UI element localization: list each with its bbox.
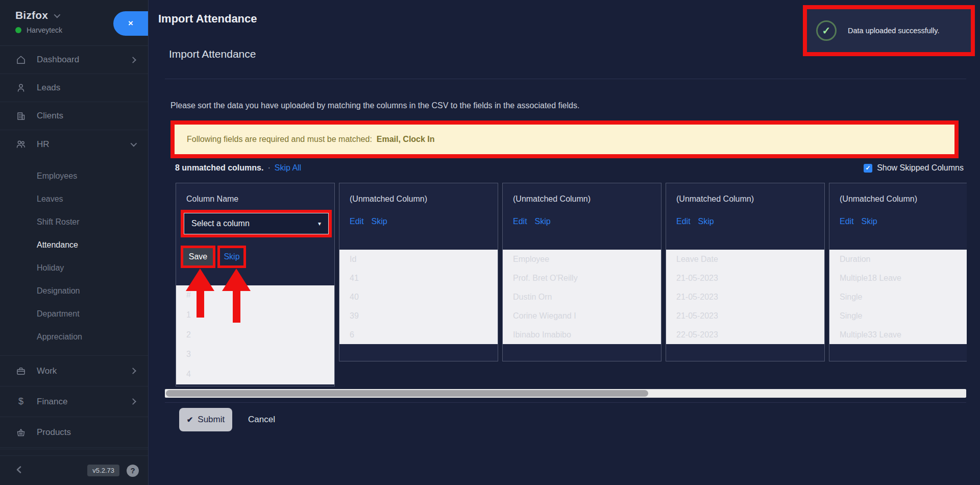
scrollbar-thumb[interactable]	[166, 390, 648, 397]
skip-all-link[interactable]: Skip All	[275, 163, 301, 173]
required-fields-list: Email, Clock In	[377, 135, 435, 143]
main-content: Import Attendance ✓ Data uploaded succes…	[148, 0, 980, 485]
preview-value: 21-05-2023	[676, 269, 814, 287]
sidebar-item-clients[interactable]: Clients	[0, 102, 148, 130]
unmatched-column-label: (Unmatched Column)	[350, 195, 487, 204]
sidebar-item-employees[interactable]: Employees	[0, 164, 148, 187]
preview-value: Single	[840, 287, 967, 306]
page-title: Import Attendance	[158, 12, 257, 26]
sidebar-close-button[interactable]: ×	[113, 11, 148, 36]
cancel-link[interactable]: Cancel	[248, 415, 275, 425]
sidebar-item-shift-roster[interactable]: Shift Roster	[0, 210, 148, 233]
skip-link[interactable]: Skip	[535, 217, 551, 226]
skip-link[interactable]: Skip	[862, 217, 877, 226]
column-cards-row: Column Name Select a column ▾ Save Skip …	[176, 183, 967, 389]
close-icon: ×	[128, 18, 133, 29]
skip-column-link[interactable]: Skip	[224, 252, 239, 261]
preview-value: 39	[350, 306, 487, 325]
column-select[interactable]: Select a column ▾	[184, 213, 329, 234]
sidebar-item-leaves[interactable]: Leaves	[0, 187, 148, 210]
submit-button[interactable]: ✔ Submit	[179, 408, 232, 431]
column-card-unmatched: (Unmatched Column) Edit Skip Duration Mu…	[829, 183, 967, 361]
chevron-down-icon	[54, 11, 61, 18]
basket-icon	[15, 427, 27, 438]
preview-value: 21-05-2023	[676, 306, 814, 325]
edit-link[interactable]: Edit	[840, 217, 854, 226]
preview-value: Ibinabo Imabibo	[513, 325, 651, 344]
column-card-unmatched: (Unmatched Column) Edit Skip Employee Pr…	[502, 183, 662, 361]
chevron-right-icon	[130, 368, 136, 374]
sidebar-item-hr[interactable]: HR	[0, 130, 148, 158]
workspace-name: Harveyteck	[27, 26, 62, 34]
preview-value: Dustin Orn	[513, 287, 651, 306]
skip-link[interactable]: Skip	[372, 217, 387, 226]
column-preview: Duration Multiple18 Leave Single Single …	[829, 250, 967, 344]
dollar-icon: $	[15, 396, 27, 407]
unmatched-column-label: (Unmatched Column)	[676, 195, 814, 204]
save-button[interactable]: Save	[183, 248, 213, 265]
sidebar-item-holiday[interactable]: Holiday	[0, 256, 148, 279]
sidebar-item-department[interactable]: Department	[0, 302, 148, 325]
horizontal-scrollbar[interactable]	[165, 389, 966, 398]
unmatched-summary-row: 8 unmatched columns. · Skip All ✓ Show S…	[175, 163, 964, 173]
unmatched-count: 8 unmatched columns.	[175, 163, 263, 173]
brand-name: Bizfox	[15, 9, 48, 21]
caret-down-icon: ▾	[318, 220, 321, 227]
building-icon	[15, 110, 27, 122]
chevron-down-icon	[131, 140, 137, 147]
dot-separator: ·	[267, 163, 270, 173]
edit-link[interactable]: Edit	[513, 217, 527, 226]
annotation-box-select: Select a column ▾	[181, 210, 332, 237]
preview-value: 21-05-2023	[676, 287, 814, 306]
preview-value: 22-05-2023	[676, 325, 814, 344]
person-icon	[15, 82, 27, 93]
preview-value: Id	[350, 250, 487, 269]
preview-value: Leave Date	[676, 250, 814, 269]
sidebar-item-appreciation[interactable]: Appreciation	[0, 325, 148, 348]
sidebar-item-leads[interactable]: Leads	[0, 74, 148, 102]
show-skipped-toggle: ✓ Show Skipped Columns	[864, 163, 964, 173]
column-card-unmatched: (Unmatched Column) Edit Skip Id 41 40 39…	[339, 183, 498, 361]
edit-link[interactable]: Edit	[350, 217, 364, 226]
annotation-arrow-skip	[222, 269, 251, 323]
version-badge: v5.2.73	[87, 465, 119, 476]
chevron-right-icon	[130, 398, 136, 405]
annotation-box-required-fields: Following fields are required and must b…	[170, 120, 959, 158]
sidebar-item-products[interactable]: Products	[0, 417, 148, 448]
column-card-unmatched: (Unmatched Column) Edit Skip Leave Date …	[666, 183, 825, 361]
preview-value: 4	[186, 365, 324, 384]
sidebar-footer: v5.2.73 ?	[0, 455, 148, 485]
help-icon[interactable]: ?	[127, 465, 139, 477]
divider	[165, 79, 966, 79]
toast-message: Data uploaded successfully.	[848, 27, 939, 35]
sidebar-item-attendance[interactable]: Attendance	[0, 233, 148, 256]
sidebar-item-designation[interactable]: Designation	[0, 279, 148, 302]
preview-value: Prof. Bret O'Reilly	[513, 269, 651, 287]
sidebar: Bizfox Harveyteck × Dashboard Leads Clie…	[0, 0, 148, 485]
workspace-switcher[interactable]: Bizfox Harveyteck ×	[0, 0, 148, 46]
check-icon: ✔	[187, 415, 193, 424]
chevron-right-icon	[130, 57, 136, 63]
show-skipped-checkbox[interactable]: ✓	[864, 164, 872, 173]
skip-link[interactable]: Skip	[698, 217, 714, 226]
sidebar-item-finance[interactable]: $ Finance	[0, 386, 148, 417]
sidebar-item-work[interactable]: Work	[0, 356, 148, 386]
divider	[165, 402, 966, 403]
preview-value: Corine Wiegand I	[513, 306, 651, 325]
required-fields-notice: Following fields are required and must b…	[187, 135, 435, 144]
instruction-text: Please sort the data you have uploaded b…	[170, 101, 579, 110]
preview-value: 40	[350, 287, 487, 306]
annotation-arrow-save	[186, 269, 214, 318]
column-preview: Employee Prof. Bret O'Reilly Dustin Orn …	[503, 250, 661, 344]
preview-value: Multiple33 Leave	[840, 325, 967, 344]
collapse-sidebar-icon[interactable]	[14, 464, 24, 477]
annotation-box-save: Save	[181, 246, 215, 268]
annotation-box-skip: Skip	[217, 246, 246, 268]
column-card-edit: Column Name Select a column ▾ Save Skip …	[176, 183, 335, 386]
unmatched-column-label: (Unmatched Column)	[840, 195, 967, 204]
sidebar-item-dashboard[interactable]: Dashboard	[0, 46, 148, 74]
preview-value: 3	[186, 345, 324, 365]
annotation-box-toast: ✓ Data uploaded successfully.	[803, 5, 975, 56]
edit-link[interactable]: Edit	[676, 217, 691, 226]
preview-value: 2	[186, 325, 324, 345]
